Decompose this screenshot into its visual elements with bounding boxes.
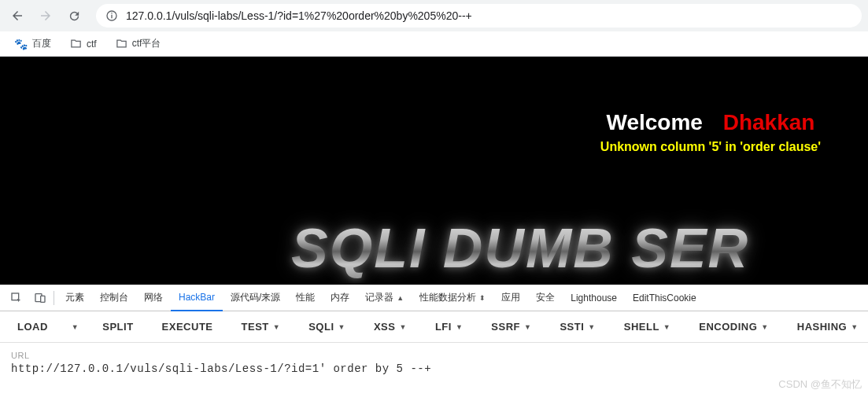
caret-down-icon: ▼ — [72, 323, 79, 331]
caret-down-icon: ▼ — [338, 323, 345, 331]
welcome-text: Welcome — [606, 110, 702, 134]
bookmark-label: ctf平台 — [132, 37, 161, 50]
browser-toolbar: 127.0.0.1/vuls/sqli-labs/Less-1/?id=1%27… — [0, 0, 868, 31]
hackbar-url-label: URL — [11, 351, 857, 360]
baidu-icon: 🐾 — [14, 38, 28, 50]
hackbar-toolbar: LOAD ▼ SPLIT EXECUTE TEST▼ SQLI▼ XSS▼ LF… — [0, 311, 868, 343]
tab-performance[interactable]: 性能 — [288, 285, 323, 311]
caret-down-icon: ▼ — [273, 323, 280, 331]
tab-recorder[interactable]: 记录器▲ — [357, 285, 412, 311]
page-big-title: SQLI DUMB SER — [291, 217, 749, 280]
hackbar-sqli-menu[interactable]: SQLI▼ — [299, 311, 355, 343]
inspect-icon[interactable] — [5, 285, 28, 311]
url-text: 127.0.0.1/vuls/sqli-labs/Less-1/?id=1%27… — [126, 9, 472, 22]
devtools-tabbar: 元素 控制台 网络 HackBar 源代码/来源 性能 内存 记录器▲ 性能数据… — [0, 285, 868, 311]
bookmark-baidu[interactable]: 🐾 百度 — [6, 34, 59, 53]
reload-button[interactable] — [63, 5, 85, 27]
bookmark-label: ctf — [87, 39, 97, 50]
hackbar-test-menu[interactable]: TEST▼ — [232, 311, 290, 343]
reload-icon — [68, 9, 81, 23]
svg-rect-2 — [111, 13, 112, 13]
separator — [54, 291, 54, 305]
tab-editthiscookie[interactable]: EditThisCookie — [625, 285, 704, 311]
preview-badge-icon: ▲ — [397, 294, 404, 302]
arrow-right-icon — [39, 9, 53, 23]
address-bar[interactable]: 127.0.0.1/vuls/sqli-labs/Less-1/?id=1%27… — [96, 4, 862, 28]
tab-lighthouse[interactable]: Lighthouse — [563, 285, 625, 311]
welcome-heading: Welcome Dhakkan — [600, 110, 821, 135]
caret-down-icon: ▼ — [456, 323, 463, 331]
preview-badge-icon: ⬍ — [479, 294, 486, 302]
tab-security[interactable]: 安全 — [528, 285, 563, 311]
svg-rect-5 — [41, 296, 45, 302]
hackbar-load-button[interactable]: LOAD — [8, 311, 57, 343]
bookmark-label: 百度 — [32, 37, 51, 50]
bookmark-ctf-platform[interactable]: ctf平台 — [108, 34, 169, 53]
bookmarks-bar: 🐾 百度 ctf ctf平台 — [0, 31, 868, 57]
tab-application[interactable]: 应用 — [493, 285, 528, 311]
watermark: CSDN @鱼不知忆 — [778, 377, 862, 392]
site-info-icon[interactable] — [105, 9, 118, 22]
caret-down-icon: ▼ — [399, 323, 406, 331]
forward-button[interactable] — [35, 5, 57, 27]
caret-down-icon: ▼ — [761, 323, 768, 331]
hackbar-ssti-menu[interactable]: SSTI▼ — [550, 311, 604, 343]
welcome-block: Welcome Dhakkan Unknown column '5' in 'o… — [600, 110, 821, 154]
hackbar-encoding-menu[interactable]: ENCODING▼ — [689, 311, 778, 343]
hackbar-hashing-menu[interactable]: HASHING▼ — [788, 311, 868, 343]
svg-rect-1 — [111, 15, 112, 19]
caret-down-icon: ▼ — [663, 323, 670, 331]
hackbar-xss-menu[interactable]: XSS▼ — [364, 311, 416, 343]
hackbar-split-button[interactable]: SPLIT — [93, 311, 142, 343]
caret-down-icon: ▼ — [588, 323, 595, 331]
tab-sources[interactable]: 源代码/来源 — [223, 285, 288, 311]
caret-down-icon: ▼ — [524, 323, 531, 331]
username-text: Dhakkan — [723, 110, 815, 134]
device-toggle-icon[interactable] — [28, 285, 52, 311]
hackbar-execute-button[interactable]: EXECUTE — [153, 311, 223, 343]
bookmark-ctf[interactable]: ctf — [62, 35, 105, 53]
tab-elements[interactable]: 元素 — [57, 285, 92, 311]
tab-console[interactable]: 控制台 — [92, 285, 136, 311]
hackbar-load-dropdown[interactable]: ▼ — [67, 311, 83, 343]
tab-perf-insights[interactable]: 性能数据分析⬍ — [412, 285, 493, 311]
hackbar-url-input[interactable]: http://127.0.0.1/vuls/sqli-labs/Less-1/?… — [11, 362, 857, 375]
folder-icon — [70, 38, 82, 50]
hackbar-lfi-menu[interactable]: LFI▼ — [426, 311, 472, 343]
sql-error-message: Unknown column '5' in 'order clause' — [600, 140, 821, 154]
folder-icon — [116, 38, 127, 50]
page-content: Welcome Dhakkan Unknown column '5' in 'o… — [0, 57, 868, 285]
hackbar-url-section: URL http://127.0.0.1/vuls/sqli-labs/Less… — [0, 343, 868, 375]
hackbar-shell-menu[interactable]: SHELL▼ — [615, 311, 681, 343]
caret-down-icon: ▼ — [851, 323, 858, 331]
hackbar-ssrf-menu[interactable]: SSRF▼ — [482, 311, 541, 343]
arrow-left-icon — [10, 9, 24, 23]
tab-memory[interactable]: 内存 — [323, 285, 357, 311]
tab-hackbar[interactable]: HackBar — [171, 285, 223, 311]
back-button[interactable] — [6, 5, 28, 27]
tab-network[interactable]: 网络 — [136, 285, 171, 311]
